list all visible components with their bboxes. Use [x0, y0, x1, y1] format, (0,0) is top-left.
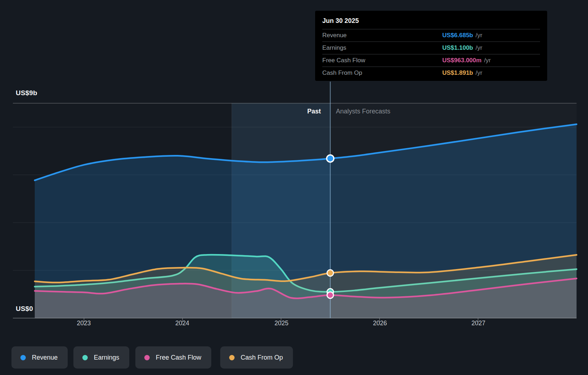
- tooltip-row-label: Free Cash Flow: [322, 57, 442, 64]
- tooltip-row-label: Revenue: [322, 32, 442, 39]
- marker-fcf: [327, 292, 333, 298]
- past-label: Past: [307, 108, 321, 115]
- tooltip-row-label: Cash From Op: [322, 69, 442, 77]
- tooltip-row-cash-from-op: Cash From Op US$1.891b /yr: [322, 67, 540, 79]
- marker-cfo: [327, 270, 333, 276]
- x-axis-label-2026: 2026: [364, 320, 396, 327]
- x-axis-label-2024: 2024: [166, 320, 198, 327]
- tooltip-row-value: US$963.000m: [442, 57, 482, 64]
- y-axis-label-top: US$9b: [16, 89, 37, 97]
- tooltip-row-unit: /yr: [476, 69, 482, 77]
- forecasts-label: Analysts Forecasts: [336, 108, 390, 115]
- tooltip-row-unit: /yr: [484, 57, 491, 64]
- legend-item-label: Cash From Op: [241, 354, 283, 361]
- earnings-revenue-growth-chart: US$9b US$0 Past Analysts Forecasts 2023 …: [0, 0, 588, 375]
- tooltip-row-revenue: Revenue US$6.685b /yr: [322, 29, 540, 42]
- y-axis-label-zero: US$0: [16, 305, 33, 313]
- marker-revenue: [327, 155, 334, 162]
- tooltip-row-unit: /yr: [476, 32, 482, 39]
- tooltip-row-earnings: Earnings US$1.100b /yr: [322, 42, 540, 54]
- tooltip-row-value: US$1.100b: [442, 44, 473, 52]
- legend-item-label: Free Cash Flow: [156, 354, 201, 361]
- tooltip-row-value: US$6.685b: [442, 32, 473, 39]
- tooltip-row-unit: /yr: [476, 44, 482, 52]
- legend-item-earnings[interactable]: Earnings: [73, 346, 129, 369]
- legend-item-cash-from-op[interactable]: Cash From Op: [220, 346, 293, 369]
- legend-dot-earnings: [82, 355, 88, 360]
- x-axis-label-2023: 2023: [68, 320, 100, 327]
- legend: Revenue Earnings Free Cash Flow Cash Fro…: [0, 346, 588, 369]
- legend-dot-cash-from-op: [229, 355, 235, 360]
- legend-item-free-cash-flow[interactable]: Free Cash Flow: [135, 346, 211, 369]
- legend-item-revenue[interactable]: Revenue: [11, 346, 68, 369]
- legend-dot-free-cash-flow: [144, 355, 150, 360]
- legend-item-label: Earnings: [94, 354, 119, 361]
- legend-dot-revenue: [20, 355, 26, 360]
- tooltip-row-value: US$1.891b: [442, 69, 473, 77]
- tooltip-row-label: Earnings: [322, 44, 442, 52]
- tooltip-date: Jun 30 2025: [322, 11, 540, 29]
- legend-item-label: Revenue: [32, 354, 58, 361]
- tooltip-row-free-cash-flow: Free Cash Flow US$963.000m /yr: [322, 54, 540, 67]
- x-axis-label-2027: 2027: [462, 320, 495, 327]
- hover-tooltip: Jun 30 2025 Revenue US$6.685b /yr Earnin…: [315, 11, 547, 81]
- x-axis-label-2025: 2025: [265, 320, 298, 327]
